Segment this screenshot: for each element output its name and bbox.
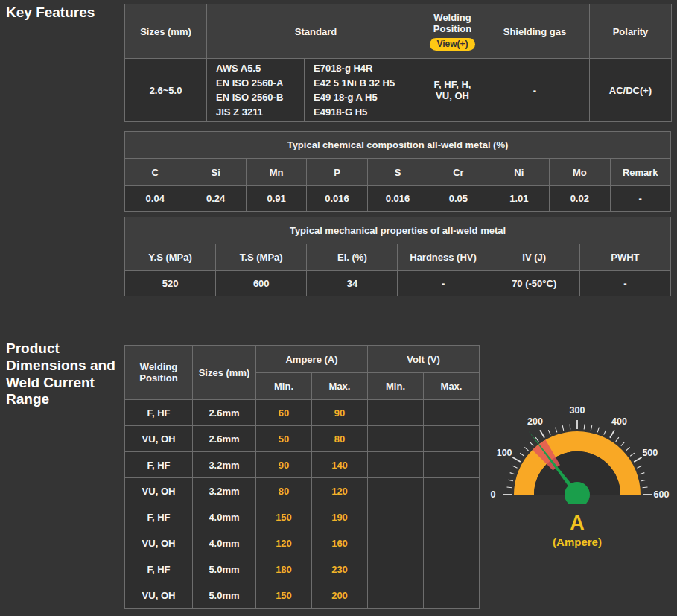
- ampere-min-cell: 60: [256, 400, 312, 426]
- gauge-minor-tick: [626, 447, 629, 451]
- volt-min-cell: [368, 556, 424, 582]
- gauge-minor-tick: [641, 480, 646, 480]
- current-size-cell: 3.2mm: [193, 452, 256, 478]
- key-features-heading: Key Features: [6, 4, 125, 22]
- spec-value-shielding-gas: -: [480, 59, 590, 122]
- gauge-minor-tick: [604, 430, 606, 434]
- spec-header-shielding-gas: Shielding gas: [480, 4, 590, 59]
- view-plus-button[interactable]: View(+): [430, 38, 474, 51]
- chem-value-cell: 1.01: [489, 186, 549, 212]
- gauge-minor-tick: [584, 425, 585, 430]
- gauge-minor-tick: [643, 487, 648, 488]
- gauge-minor-tick: [520, 453, 524, 456]
- chem-value-row: 0.040.240.910.0160.0160.051.010.02-: [125, 186, 671, 212]
- volt-max-cell: [424, 530, 480, 556]
- gauge-major-tick: [634, 457, 641, 462]
- gauge-unit-symbol: A: [477, 513, 677, 533]
- volt-min-header: Min.: [368, 373, 424, 400]
- mech-header-cell: PWHT: [579, 244, 670, 271]
- gauge-minor-tick: [621, 442, 625, 445]
- current-header-volt: Volt (V): [368, 346, 480, 373]
- chem-header-cell: C: [125, 159, 185, 186]
- gauge-minor-tick: [530, 442, 533, 445]
- gauge-tick-label: 100: [497, 448, 512, 458]
- chem-value-cell: 0.91: [246, 186, 306, 212]
- mech-value-cell: -: [579, 271, 670, 296]
- gauge-major-tick: [610, 430, 614, 437]
- ampere-max-header: Max.: [312, 373, 368, 400]
- chemical-composition-table: Typical chemical composition all-weld me…: [124, 131, 671, 212]
- current-size-cell: 4.0mm: [193, 530, 256, 556]
- gauge-minor-tick: [640, 473, 645, 474]
- gauge-tick-label: 400: [611, 416, 627, 427]
- mech-value-cell: 70 (-50°C): [489, 271, 579, 296]
- mech-header-row: Y.S (MPa)T.S (MPa)El. (%)Hardness (HV)IV…: [125, 244, 671, 271]
- ampere-max-cell: 140: [312, 452, 368, 478]
- current-position-cell: VU, OH: [125, 582, 193, 609]
- current-size-cell: 5.0mm: [193, 582, 256, 609]
- gauge-minor-tick: [570, 425, 570, 430]
- gauge-minor-tick: [597, 428, 599, 433]
- chem-value-cell: -: [610, 186, 671, 212]
- volt-max-cell: [424, 452, 480, 478]
- ampere-max-cell: 80: [312, 426, 368, 452]
- volt-min-cell: [368, 530, 424, 556]
- gauge-minor-tick: [510, 473, 515, 474]
- gauge-unit-label: A (Ampere): [477, 513, 677, 547]
- current-header-ampere: Ampere (A): [256, 346, 368, 373]
- current-position-cell: VU, OH: [125, 426, 193, 452]
- ampere-max-cell: 120: [312, 478, 368, 504]
- current-size-cell: 2.6mm: [193, 400, 256, 426]
- spec-value-standard-codes: AWS A5.5 EN ISO 2560-A EN ISO 2560-B JIS…: [207, 59, 305, 122]
- current-size-cell: 2.6mm: [193, 426, 256, 452]
- mech-header-cell: IV (J): [489, 244, 579, 271]
- spec-value-welding-position: F, HF, H, VU, OH: [425, 59, 480, 122]
- gauge-tick-label: 300: [570, 405, 585, 416]
- chem-header-cell: Mo: [550, 159, 610, 186]
- gauge-tick-label: 0: [491, 489, 496, 500]
- gauge-minor-tick: [630, 453, 635, 456]
- gauge-minor-tick: [556, 428, 557, 433]
- volt-max-header: Max.: [424, 373, 480, 400]
- volt-min-cell: [368, 400, 424, 426]
- gauge-minor-tick: [637, 466, 641, 468]
- ampere-max-cell: 230: [312, 556, 368, 582]
- current-table-row: VU, OH3.2mm80120: [125, 478, 480, 504]
- ampere-max-cell: 200: [312, 582, 368, 609]
- volt-min-cell: [368, 478, 424, 504]
- gauge-minor-tick: [616, 437, 619, 442]
- ampere-min-cell: 180: [256, 556, 312, 582]
- spec-header-polarity: Polarity: [590, 4, 672, 59]
- current-size-cell: 5.0mm: [193, 556, 256, 582]
- ampere-min-cell: 50: [256, 426, 312, 452]
- chem-header-cell: Mn: [246, 159, 306, 186]
- volt-max-cell: [424, 400, 480, 426]
- chem-header-cell: Si: [185, 159, 246, 186]
- spec-value-sizes: 2.6~5.0: [125, 59, 207, 122]
- current-size-cell: 4.0mm: [193, 504, 256, 530]
- ampere-min-cell: 90: [256, 452, 312, 478]
- gauge-unit-name: (Ampere): [477, 536, 677, 547]
- ampere-min-cell: 150: [256, 582, 312, 609]
- spec-header-welding-position: Welding Position View(+): [425, 4, 480, 59]
- mech-header-cell: Y.S (MPa): [125, 244, 216, 271]
- mech-header-cell: T.S (MPa): [216, 244, 307, 271]
- current-position-cell: F, HF: [125, 400, 193, 426]
- current-table-row: VU, OH5.0mm150200: [125, 582, 480, 609]
- product-spec-page: Key Features Product Dimensions and Weld…: [0, 0, 677, 616]
- current-position-cell: F, HF: [125, 504, 193, 530]
- volt-max-cell: [424, 426, 480, 452]
- product-dimensions-heading: Product Dimensions and Weld Current Rang…: [6, 340, 125, 408]
- volt-max-cell: [424, 478, 480, 504]
- mech-header-cell: El. (%): [307, 244, 398, 271]
- chem-value-cell: 0.24: [185, 186, 246, 212]
- current-position-cell: F, HF: [125, 452, 193, 478]
- welding-position-label: Welding Position: [428, 12, 477, 34]
- ampere-max-cell: 160: [312, 530, 368, 556]
- current-header-sizes: Sizes (mm): [193, 346, 256, 400]
- current-size-cell: 3.2mm: [193, 478, 256, 504]
- spec-header-standard: Standard: [207, 4, 425, 59]
- weld-current-table: Welding Position Sizes (mm) Ampere (A) V…: [124, 345, 480, 609]
- mech-value-cell: 34: [307, 271, 398, 296]
- current-table-row: F, HF2.6mm6090: [125, 400, 480, 426]
